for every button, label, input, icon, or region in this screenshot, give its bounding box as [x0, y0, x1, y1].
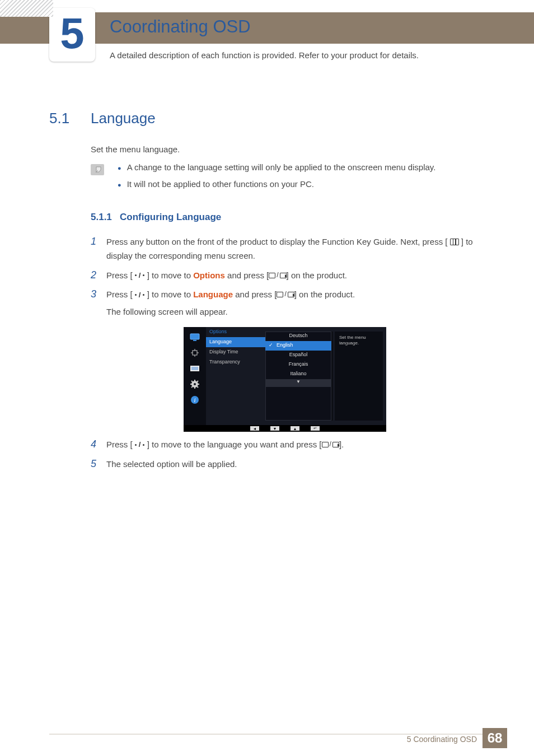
footer-page-number: 68: [483, 728, 507, 748]
enter-source-icon: /: [322, 439, 339, 450]
nav-dots-icon: /: [135, 438, 145, 450]
header-hatch: [0, 0, 53, 17]
osd-lang-option: Français: [265, 360, 331, 370]
svg-point-8: [194, 383, 196, 385]
subsection-title: Configuring Language: [120, 212, 221, 222]
osd-menu-column: Options Language Display Time Transparen…: [206, 327, 265, 425]
subsection-number: 5.1.1: [91, 212, 112, 222]
section-number: 5.1: [49, 110, 69, 127]
step-number: 3: [91, 288, 99, 301]
svg-line-15: [197, 381, 198, 382]
svg-line-16: [191, 386, 193, 388]
nav-dots-icon: /: [135, 269, 145, 281]
chapter-badge: 5: [49, 8, 95, 62]
svg-text:i: i: [194, 396, 195, 403]
resize-icon: [189, 347, 200, 358]
svg-rect-1: [193, 340, 196, 341]
note-item: It will not be applied to other function…: [127, 179, 314, 189]
osd-menu-item-transparency: Transparency: [206, 357, 265, 367]
menu-icon: [450, 239, 459, 245]
osd-lang-option: Español: [265, 351, 331, 360]
osd-help-text: Set the menu language.: [335, 332, 383, 421]
osd-lang-option: Italiano: [265, 370, 331, 379]
list-icon: [189, 363, 200, 374]
osd-nav-up-icon: ▲: [291, 426, 299, 431]
osd-menu-item-display-time: Display Time: [206, 347, 265, 357]
osd-nav-left-icon: ◄: [250, 426, 259, 431]
footer-chapter-label: 5 Coordinating OSD: [407, 735, 477, 744]
note-list: ● A change to the language setting will …: [118, 162, 500, 196]
svg-line-13: [191, 381, 193, 382]
step-text: Press [ / ] to move to the language you …: [106, 438, 344, 452]
step-number: 4: [91, 438, 99, 451]
step-text: Press [ / ] to move to Options and press…: [106, 269, 347, 283]
enter-source-icon: /: [269, 270, 286, 281]
info-icon: i: [189, 394, 200, 405]
gear-icon: [189, 379, 200, 390]
bullet-icon: ●: [118, 162, 121, 174]
step-text: Press any button on the front of the pro…: [106, 235, 500, 263]
section-title: Language: [91, 110, 156, 127]
note-icon: [91, 164, 104, 175]
step-number: 5: [91, 458, 99, 470]
osd-tab-label: Options: [206, 327, 265, 337]
chapter-number: 5: [60, 11, 84, 55]
osd-language-list: Deutsch English Español Français Italian…: [265, 332, 331, 421]
nav-dots-icon: /: [135, 289, 145, 301]
osd-scroll-down-icon: ▼: [265, 379, 331, 387]
section-intro: Set the menu language.: [91, 144, 180, 154]
monitor-icon: [189, 332, 200, 343]
osd-nav-enter-icon: ↵: [311, 426, 320, 431]
step-number: 2: [91, 269, 99, 282]
step-text: Press [ / ] to move to Language and pres…: [106, 288, 355, 319]
bullet-icon: ●: [118, 179, 121, 190]
svg-line-14: [197, 386, 198, 388]
chapter-title: Coordinating OSD: [110, 17, 251, 37]
chapter-description: A detailed description of each function …: [110, 50, 419, 60]
osd-screenshot: i Options Language Display Time Transpar…: [184, 327, 386, 425]
osd-nav-down-icon: ▼: [270, 426, 279, 431]
svg-rect-0: [190, 334, 199, 339]
step-number: 1: [91, 235, 99, 248]
osd-nav-bar: ◄ ▼ ▲ ↵: [184, 425, 386, 432]
steps-list-continued: 4 Press [ / ] to move to the language yo…: [91, 438, 500, 477]
svg-rect-2: [193, 351, 197, 355]
subsection-heading: 5.1.1 Configuring Language: [91, 212, 221, 223]
osd-icon-column: i: [184, 327, 206, 425]
steps-list: 1 Press any button on the front of the p…: [91, 235, 500, 325]
osd-lang-option: Deutsch: [265, 332, 331, 341]
osd-menu-item-language: Language: [206, 337, 265, 347]
note-item: A change to the language setting will on…: [127, 162, 436, 172]
enter-source-icon: /: [277, 289, 294, 300]
osd-lang-option-selected: English: [265, 341, 331, 351]
step-text: The selected option will be applied.: [106, 458, 237, 472]
